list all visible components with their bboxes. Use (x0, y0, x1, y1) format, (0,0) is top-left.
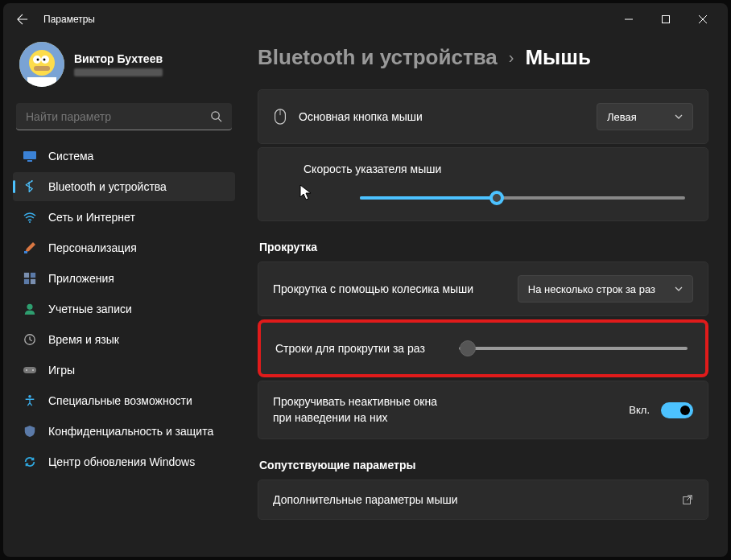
sidebar-item-label: Система (48, 150, 93, 163)
svg-rect-18 (24, 273, 29, 278)
scroll-wheel-dropdown[interactable]: На несколько строк за раз (518, 275, 693, 303)
svg-rect-10 (34, 66, 50, 71)
arrow-left-icon (17, 14, 28, 25)
svg-point-9 (43, 59, 46, 61)
primary-button-dropdown[interactable]: Левая (597, 103, 693, 130)
wifi-icon (23, 210, 37, 224)
svg-point-8 (37, 59, 39, 61)
svg-rect-20 (24, 279, 29, 284)
svg-rect-1 (663, 16, 670, 23)
monitor-icon (23, 149, 37, 163)
main-panel: Bluetooth и устройства › Мышь Основная к… (245, 35, 728, 557)
sidebar-item-bluetooth[interactable]: Bluetooth и устройства (13, 172, 235, 201)
apps-icon (23, 271, 37, 286)
brush-icon (23, 241, 37, 255)
svg-point-16 (29, 221, 31, 223)
sidebar-item-network[interactable]: Сеть и Интернет (13, 203, 235, 232)
sidebar-item-label: Центр обновления Windows (48, 455, 195, 468)
profile-block[interactable]: Виктор Бухтеев (13, 35, 235, 100)
breadcrumb-parent[interactable]: Bluetooth и устройства (258, 45, 498, 70)
pointer-speed-card: Скорость указателя мыши (258, 147, 708, 221)
slider-thumb[interactable] (489, 191, 504, 205)
update-icon (23, 455, 37, 469)
sidebar-item-label: Игры (48, 364, 75, 377)
maximize-icon (662, 15, 670, 23)
sidebar-item-gaming[interactable]: Игры (13, 356, 235, 385)
sidebar-item-privacy[interactable]: Конфиденциальность и защита (13, 417, 235, 446)
primary-button-card: Основная кнопка мыши Левая (258, 89, 708, 144)
chevron-down-icon (675, 285, 683, 293)
shield-icon (23, 424, 37, 439)
maximize-button[interactable] (647, 6, 684, 32)
svg-rect-21 (31, 279, 35, 284)
lines-scroll-slider[interactable] (459, 347, 688, 350)
app-title: Параметры (43, 14, 95, 25)
search-icon (210, 110, 222, 122)
window-controls (610, 6, 721, 32)
svg-rect-15 (27, 160, 32, 162)
svg-point-5 (29, 50, 55, 76)
sidebar-item-apps[interactable]: Приложения (13, 264, 235, 293)
inactive-scroll-label: Прокручивать неактивные окна при наведен… (273, 394, 440, 426)
sidebar-item-personalization[interactable]: Персонализация (13, 233, 235, 262)
sidebar-item-label: Bluetooth и устройства (48, 180, 167, 193)
close-button[interactable] (684, 6, 721, 32)
sidebar-item-label: Конфиденциальность и защита (48, 425, 213, 438)
additional-mouse-label: Дополнительные параметры мыши (273, 493, 671, 506)
search-input[interactable] (26, 110, 210, 123)
profile-name: Виктор Бухтеев (74, 52, 163, 65)
sidebar-item-time[interactable]: Время и язык (13, 325, 235, 354)
lines-scroll-card: Строки для прокрутки за раз (258, 319, 708, 377)
slider-thumb[interactable] (460, 340, 476, 356)
svg-rect-24 (23, 367, 36, 373)
breadcrumb-current: Мышь (525, 45, 591, 70)
open-external-icon (682, 494, 693, 505)
inactive-scroll-card: Прокручивать неактивные окна при наведен… (258, 381, 708, 439)
sidebar-item-accounts[interactable]: Учетные записи (13, 294, 235, 323)
close-icon (699, 15, 707, 23)
sidebar-item-label: Персонализация (48, 241, 137, 254)
sidebar-item-label: Учетные записи (48, 303, 132, 315)
search-box[interactable] (16, 103, 232, 130)
pointer-speed-label: Скорость указателя мыши (304, 163, 693, 175)
breadcrumb: Bluetooth и устройства › Мышь (258, 45, 708, 70)
svg-rect-11 (27, 77, 56, 87)
sidebar-item-system[interactable]: Система (13, 142, 235, 171)
scroll-section-title: Прокрутка (259, 241, 708, 253)
minimize-button[interactable] (610, 6, 647, 32)
svg-point-22 (27, 304, 32, 310)
mouse-icon (273, 108, 287, 126)
sidebar-item-label: Сеть и Интернет (48, 211, 135, 224)
inactive-scroll-toggle[interactable] (661, 402, 693, 418)
dropdown-value: На несколько строк за раз (528, 283, 655, 295)
svg-rect-14 (23, 151, 36, 159)
additional-mouse-card[interactable]: Дополнительные параметры мыши (258, 480, 708, 520)
profile-email-redacted (74, 68, 163, 76)
avatar (19, 42, 64, 87)
sidebar-item-label: Приложения (48, 272, 114, 285)
svg-point-26 (32, 369, 34, 371)
person-icon (23, 302, 37, 316)
sidebar: Виктор Бухтеев Система Bluetooth и устро… (3, 35, 245, 557)
scroll-wheel-label: Прокрутка с помощью колесика мыши (273, 282, 506, 295)
sidebar-item-label: Специальные возможности (48, 394, 192, 407)
sidebar-item-accessibility[interactable]: Специальные возможности (13, 386, 235, 415)
minimize-icon (625, 15, 633, 23)
lines-scroll-label: Строки для прокрутки за раз (275, 342, 444, 355)
sidebar-item-update[interactable]: Центр обновления Windows (13, 447, 235, 476)
clock-icon (23, 332, 37, 347)
svg-point-12 (212, 112, 219, 119)
scroll-wheel-card: Прокрутка с помощью колесика мыши На нес… (258, 261, 708, 316)
chevron-right-icon: › (509, 48, 514, 67)
svg-point-27 (28, 395, 31, 398)
related-section-title: Сопутствующие параметры (259, 459, 708, 471)
toggle-knob (680, 406, 690, 415)
accessibility-icon (23, 393, 37, 408)
chevron-down-icon (675, 113, 683, 121)
svg-rect-17 (24, 251, 27, 253)
nav-list: Система Bluetooth и устройства Сеть и Ин… (13, 142, 235, 557)
svg-rect-19 (31, 273, 35, 278)
back-button[interactable] (10, 6, 35, 32)
pointer-speed-slider[interactable] (360, 196, 685, 200)
svg-line-13 (218, 118, 221, 121)
